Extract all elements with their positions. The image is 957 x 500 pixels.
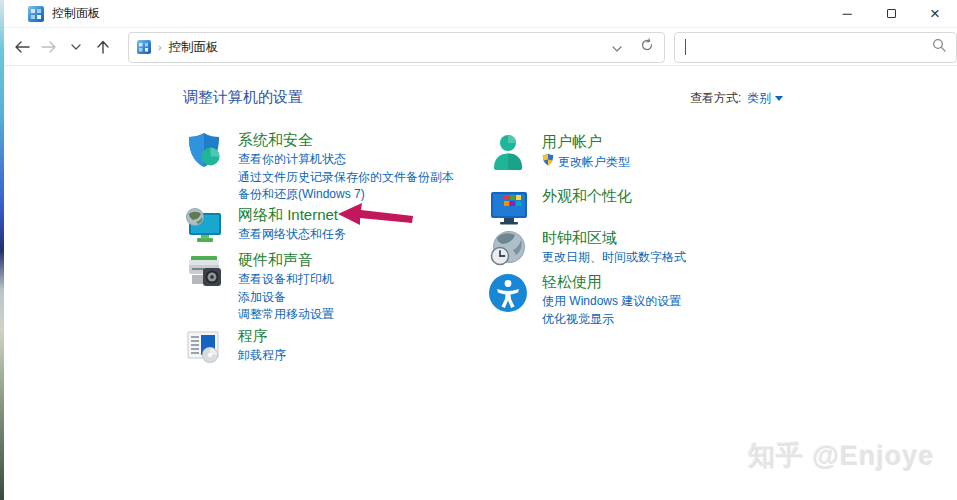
recent-pages-button[interactable] (63, 34, 90, 61)
breadcrumb-separator: › (158, 41, 162, 53)
chevron-down-icon (71, 44, 81, 50)
back-button[interactable] (9, 34, 36, 61)
window-title: 控制面板 (52, 5, 100, 22)
link-view-network-status[interactable]: 查看网络状态和任务 (238, 226, 346, 244)
uac-shield-icon (542, 153, 554, 172)
page-title: 调整计算机的设置 (183, 88, 303, 107)
link-adjust-mobility-settings[interactable]: 调整常用移动设置 (238, 306, 334, 324)
category-network-internet: 网络和 Internet 查看网络状态和任务 (183, 205, 346, 247)
window-controls: ─ × (825, 0, 957, 27)
ease-of-access-icon[interactable] (487, 272, 529, 314)
category-title[interactable]: 外观和个性化 (542, 186, 632, 206)
category-system-security: 系统和安全 查看你的计算机状态 通过文件历史记录保存你的文件备份副本 备份和还原… (183, 130, 454, 204)
link-change-date-time-formats[interactable]: 更改日期、时间或数字格式 (542, 249, 686, 267)
category-title[interactable]: 硬件和声音 (238, 250, 334, 270)
appearance-icon[interactable] (487, 186, 529, 228)
up-button[interactable] (90, 34, 117, 61)
view-by-control: 查看方式: 类别 (690, 90, 783, 107)
link-suggested-settings[interactable]: 使用 Windows 建议的设置 (542, 293, 681, 311)
desktop-edge-strip (0, 0, 4, 500)
breadcrumb[interactable]: 控制面板 (169, 39, 219, 56)
text-caret (685, 39, 686, 55)
titlebar: 控制面板 ─ × (0, 0, 957, 28)
network-icon[interactable] (183, 205, 225, 247)
view-by-dropdown[interactable]: 类别 (747, 90, 783, 107)
annotation-arrow-icon (336, 201, 416, 235)
link-optimize-visual-display[interactable]: 优化视觉显示 (542, 311, 681, 329)
link-check-computer-status[interactable]: 查看你的计算机状态 (238, 151, 454, 169)
watermark: 知乎 @Enjoye (748, 438, 934, 474)
forward-icon (41, 41, 57, 53)
minimize-button[interactable]: ─ (825, 0, 869, 27)
address-bar[interactable]: › 控制面板 (128, 32, 665, 63)
forward-button[interactable] (36, 34, 63, 61)
maximize-button[interactable] (869, 0, 913, 27)
category-clock-region: 时钟和区域 更改日期、时间或数字格式 (487, 228, 686, 270)
category-title[interactable]: 程序 (238, 326, 286, 346)
link-file-history-backup[interactable]: 通过文件历史记录保存你的文件备份副本 (238, 169, 454, 187)
category-appearance: 外观和个性化 (487, 186, 632, 228)
category-title[interactable]: 轻松使用 (542, 272, 681, 292)
hardware-icon[interactable] (183, 250, 225, 292)
shield-icon[interactable] (183, 130, 225, 172)
refresh-button[interactable] (640, 38, 654, 56)
control-panel-icon (137, 40, 151, 54)
up-icon (97, 40, 109, 54)
programs-icon[interactable] (183, 326, 225, 368)
search-icon[interactable] (932, 38, 946, 56)
category-hardware-sound: 硬件和声音 查看设备和打印机 添加设备 调整常用移动设置 (183, 250, 334, 324)
category-title[interactable]: 网络和 Internet (238, 205, 346, 225)
navigation-toolbar: › 控制面板 (0, 29, 957, 66)
link-view-devices-printers[interactable]: 查看设备和打印机 (238, 271, 334, 289)
clock-region-icon[interactable] (487, 228, 529, 270)
link-add-device[interactable]: 添加设备 (238, 289, 334, 307)
view-by-label: 查看方式: (690, 90, 741, 107)
link-change-account-type[interactable]: 更改帐户类型 (542, 153, 630, 172)
address-dropdown-button[interactable] (612, 38, 622, 56)
category-ease-of-access: 轻松使用 使用 Windows 建议的设置 优化视觉显示 (487, 272, 681, 328)
close-button[interactable]: × (913, 0, 957, 27)
category-user-accounts: 用户帐户 更改帐户类型 (487, 132, 630, 174)
link-uninstall-program[interactable]: 卸载程序 (238, 347, 286, 365)
category-title[interactable]: 用户帐户 (542, 132, 630, 152)
user-icon[interactable] (487, 132, 529, 174)
search-input[interactable] (674, 32, 957, 63)
maximize-icon (887, 9, 896, 18)
dropdown-triangle-icon (775, 96, 783, 101)
control-panel-icon (28, 6, 44, 22)
category-title[interactable]: 系统和安全 (238, 130, 454, 150)
category-programs: 程序 卸载程序 (183, 326, 286, 368)
back-icon (14, 41, 30, 53)
category-title[interactable]: 时钟和区域 (542, 228, 686, 248)
